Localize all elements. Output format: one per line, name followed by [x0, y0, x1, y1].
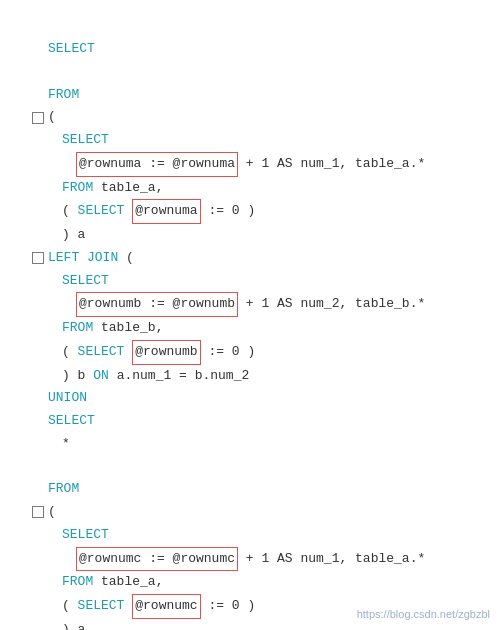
line-6: @rownuma := @rownuma + 1 AS num_1, table…: [30, 152, 490, 177]
code-text: [124, 341, 132, 364]
line-26: ) a: [30, 619, 490, 630]
code-text: + 1 AS num_1, table_a.*: [238, 153, 425, 176]
gutter-box-icon: [32, 252, 44, 264]
code-text: (: [118, 247, 134, 270]
watermark: https://blog.csdn.net/zgbzbl: [357, 608, 490, 620]
gutter-box-icon: [32, 112, 44, 124]
line-15: ) b ON a.num_1 = b.num_2: [30, 365, 490, 388]
line-11: SELECT: [30, 270, 490, 293]
keyword: SELECT: [62, 524, 109, 547]
code-text: table_b,: [93, 317, 163, 340]
code-text: (: [62, 595, 78, 618]
code-text: [124, 595, 132, 618]
code-text: [124, 200, 132, 223]
variable-box: @rownuma: [132, 199, 200, 224]
code-text: := 0 ): [201, 341, 256, 364]
code-text: table_a,: [93, 571, 163, 594]
code-container: SELECT FROM(SELECT@rownuma := @rownuma +…: [0, 10, 500, 630]
variable-box: @rownuma := @rownuma: [76, 152, 238, 177]
line-5: SELECT: [30, 129, 490, 152]
keyword: SELECT: [78, 595, 125, 618]
code-text: ) a: [62, 619, 85, 630]
line-14: ( SELECT @rownumb := 0 ): [30, 340, 490, 365]
line-10: LEFT JOIN (: [30, 247, 490, 270]
line-20: FROM: [30, 478, 490, 501]
line-17: SELECT: [30, 410, 490, 433]
variable-box: @rownumb := @rownumb: [76, 292, 238, 317]
keyword: ON: [93, 365, 109, 388]
keyword: FROM: [62, 317, 93, 340]
keyword: SELECT: [78, 341, 125, 364]
code-text: (: [62, 341, 78, 364]
variable-box: @rownumb: [132, 340, 200, 365]
line-1: SELECT: [30, 38, 490, 61]
keyword: SELECT: [62, 129, 109, 152]
keyword: UNION: [48, 387, 87, 410]
keyword: FROM: [48, 84, 79, 107]
line-21: (: [30, 501, 490, 524]
keyword: SELECT: [48, 38, 95, 61]
code-text: + 1 AS num_1, table_a.*: [238, 548, 425, 571]
line-19: [30, 456, 490, 479]
line-18: *: [30, 433, 490, 456]
keyword: LEFT JOIN: [48, 247, 118, 270]
line-8: ( SELECT @rownuma := 0 ): [30, 199, 490, 224]
code-text: ) a: [62, 224, 85, 247]
code-text: (: [48, 501, 56, 524]
code-text: ) b: [62, 365, 93, 388]
code-text: + 1 AS num_2, table_b.*: [238, 293, 425, 316]
keyword: FROM: [62, 571, 93, 594]
line-12: @rownumb := @rownumb + 1 AS num_2, table…: [30, 292, 490, 317]
line-22: SELECT: [30, 524, 490, 547]
keyword: FROM: [48, 478, 79, 501]
keyword: SELECT: [48, 410, 95, 433]
code-text: := 0 ): [201, 200, 256, 223]
line-24: FROM table_a,: [30, 571, 490, 594]
keyword: FROM: [62, 177, 93, 200]
keyword: SELECT: [78, 200, 125, 223]
gutter-box-icon: [32, 506, 44, 518]
code-text: (: [62, 200, 78, 223]
line-9: ) a: [30, 224, 490, 247]
code-text: a.num_1 = b.num_2: [109, 365, 249, 388]
code-text: (: [48, 106, 56, 129]
line-4: (: [30, 106, 490, 129]
line-16: UNION: [30, 387, 490, 410]
variable-box: @rownumc: [132, 594, 200, 619]
code-text: *: [62, 433, 70, 456]
line-13: FROM table_b,: [30, 317, 490, 340]
keyword: SELECT: [62, 270, 109, 293]
line-2: [30, 61, 490, 84]
line-3: FROM: [30, 84, 490, 107]
line-7: FROM table_a,: [30, 177, 490, 200]
code-text: table_a,: [93, 177, 163, 200]
code-text: := 0 ): [201, 595, 256, 618]
line-23: @rownumc := @rownumc + 1 AS num_1, table…: [30, 547, 490, 572]
variable-box: @rownumc := @rownumc: [76, 547, 238, 572]
